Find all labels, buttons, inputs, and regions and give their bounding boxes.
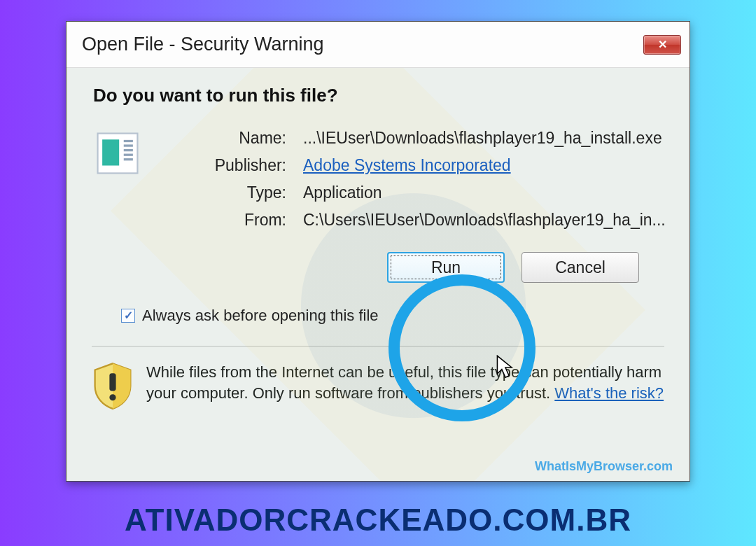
label-from: From: [146,211,286,230]
publisher-link[interactable]: Adobe Systems Incorporated [303,156,666,175]
dialog-content: Do you want to run this file? Name: ...\… [66,68,690,346]
site-watermark: WhatIsMyBrowser.com [535,459,673,474]
file-icon [93,129,146,181]
close-button[interactable]: ✕ [643,35,681,55]
risk-link[interactable]: What's the risk? [554,384,664,402]
shield-warning-icon [92,362,134,413]
dialog-title: Open File - Security Warning [82,34,324,55]
value-name: ...\IEUser\Downloads\flashplayer19_ha_in… [303,129,666,148]
dialog-footer: While files from the Internet can be use… [66,346,690,427]
run-button[interactable]: Run [387,252,505,283]
label-publisher: Publisher: [146,156,286,175]
question-heading: Do you want to run this file? [93,85,664,106]
security-warning-dialog: Open File - Security Warning ✕ Do you wa… [66,21,690,482]
cancel-button[interactable]: Cancel [522,252,639,283]
value-type: Application [303,183,666,202]
always-ask-checkbox[interactable]: ✓ [121,309,135,323]
checkbox-label: Always ask before opening this file [142,307,379,325]
label-name: Name: [146,129,286,148]
svg-rect-1 [102,139,119,165]
label-type: Type: [146,183,286,202]
value-from: C:\Users\IEUser\Downloads\flashplayer19_… [303,211,666,230]
svg-point-8 [109,394,115,400]
svg-rect-7 [109,373,115,391]
titlebar: Open File - Security Warning ✕ [66,22,690,68]
warning-text: While files from the Internet can be use… [146,362,664,403]
brand-footer-text: ATIVADORCRACKEADO.COM.BR [125,503,631,538]
checkmark-icon: ✓ [124,310,133,321]
close-icon: ✕ [658,38,667,51]
